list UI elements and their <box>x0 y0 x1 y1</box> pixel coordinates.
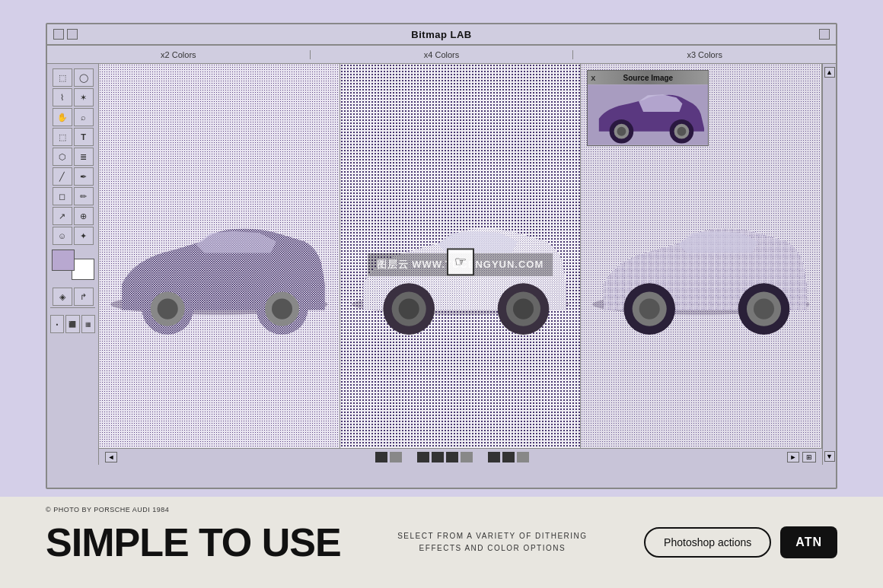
description-text: SELECT FROM A VARIETY OF DITHERING EFFEC… <box>341 530 644 555</box>
scroll-indicator-col2-3 <box>446 452 458 462</box>
background-color[interactable] <box>72 259 94 280</box>
view-btn2[interactable]: ⬛ <box>65 315 79 333</box>
eraser-tool[interactable]: ◻ <box>53 187 72 205</box>
scroll-left-arrow[interactable]: ◄ <box>105 452 117 462</box>
bottom-bar: © PHOTO BY PORSCHE AUDI 1984 SIMPLE TO U… <box>0 497 883 588</box>
title-bar-controls <box>53 29 78 40</box>
content-area: ⬚ ◯ ⌇ ✶ ✋ ⌕ ⬚ T ⬡ ≣ ╱ ✒ <box>47 64 836 465</box>
title-bar: Bitmap LAB <box>47 24 836 46</box>
window-title: Bitmap LAB <box>411 29 471 40</box>
window-minimize-btn[interactable] <box>67 29 78 40</box>
col1-header: x2 Colors <box>47 50 311 59</box>
description-line2: EFFECTS AND COLOR OPTIONS <box>419 544 566 552</box>
line-tool[interactable]: ╱ <box>53 167 72 186</box>
crop-tool[interactable]: ⬚ <box>53 128 72 146</box>
atn-button[interactable]: ATN <box>780 526 837 558</box>
canvas-col1 <box>99 64 340 465</box>
scroll-page-arrow[interactable]: ⊞ <box>802 452 816 462</box>
svg-point-38 <box>677 127 687 136</box>
scroll-indicator-col1-2 <box>390 452 402 462</box>
heal-tool[interactable]: ↗ <box>53 207 72 225</box>
source-popup-title-text: Source Image <box>623 74 674 82</box>
col2-header: x4 Colors <box>311 50 574 59</box>
view-btn1[interactable]: ▪ <box>50 315 64 333</box>
svg-point-35 <box>617 127 626 136</box>
canvas-col3: x Source Image <box>581 64 822 465</box>
svg-point-28 <box>639 299 660 319</box>
title-bar-right <box>819 29 830 40</box>
scroll-indicator-col3-3 <box>517 452 529 462</box>
fill-tool[interactable]: ⬡ <box>53 148 72 166</box>
columns-header: x2 Colors x4 Colors x3 Colors <box>47 46 836 64</box>
marquee-tool[interactable]: ⬚ <box>53 68 72 87</box>
window-close-btn[interactable] <box>53 29 64 40</box>
cursor-icon: ☞ <box>447 248 474 275</box>
canvas-col2: ☞ 图层云 WWW.TUCENGYUN.COM <box>340 64 582 465</box>
color-picker[interactable] <box>52 250 94 280</box>
scroll-indicator-col1-1 <box>375 452 387 462</box>
dither-bg-col2: ☞ 图层云 WWW.TUCENGYUN.COM <box>340 64 581 465</box>
source-popup-image <box>588 84 708 145</box>
view-btn3[interactable]: ▦ <box>81 315 95 333</box>
scroll-indicator-col3-1 <box>488 452 500 462</box>
svg-point-18 <box>398 299 419 319</box>
scroll-down-arrow[interactable]: ▼ <box>824 451 835 462</box>
svg-point-11 <box>272 299 292 319</box>
dodge-tool[interactable]: ✦ <box>74 227 94 245</box>
svg-point-8 <box>158 299 178 319</box>
source-popup-close-btn[interactable]: x <box>591 73 595 82</box>
right-scrollbar: ▲ ▼ <box>822 64 836 465</box>
source-popup-title-bar: x Source Image <box>588 71 708 84</box>
move-tool[interactable]: ✋ <box>53 108 72 126</box>
foreground-color[interactable] <box>52 250 75 271</box>
text-tool[interactable]: T <box>74 128 94 146</box>
pattern-tool[interactable]: ≣ <box>74 148 94 166</box>
description-line1: SELECT FROM A VARIETY OF DITHERING <box>397 532 587 540</box>
source-image-popup: x Source Image <box>587 70 709 146</box>
lasso-tool[interactable]: ⌇ <box>53 88 72 106</box>
eyedrop-tool[interactable]: ✒ <box>74 167 94 186</box>
scroll-indicator-col2-4 <box>461 452 473 462</box>
scroll-right-arrow[interactable]: ► <box>787 452 799 462</box>
window-expand-btn[interactable] <box>819 29 830 40</box>
toolbar: ⬚ ◯ ⌇ ✶ ✋ ⌕ ⬚ T ⬡ ≣ ╱ ✒ <box>47 64 99 465</box>
action-buttons: Photoshop actions ATN <box>644 526 837 558</box>
wand-tool[interactable]: ✶ <box>74 88 94 106</box>
stamp-tool[interactable]: ⊕ <box>74 207 94 225</box>
blur-tool[interactable]: ☺ <box>53 227 72 245</box>
path-tool[interactable]: ↱ <box>74 288 94 306</box>
ellipse-tool[interactable]: ◯ <box>74 68 94 87</box>
scroll-up-arrow[interactable]: ▲ <box>824 67 835 78</box>
dither-bg-col1 <box>99 64 339 465</box>
col3-header: x3 Colors <box>573 50 836 59</box>
copyright-text: © PHOTO BY PORSCHE AUDI 1984 <box>46 506 169 513</box>
photoshop-actions-button[interactable]: Photoshop actions <box>644 527 771 558</box>
car-svg-col1 <box>99 64 339 465</box>
bottom-scrollbar: ◄ <box>99 448 822 465</box>
zoom-tool[interactable]: ⌕ <box>74 108 94 126</box>
pen-tool[interactable]: ◈ <box>53 288 72 306</box>
svg-point-31 <box>754 299 774 319</box>
scroll-indicator-col2-2 <box>432 452 444 462</box>
main-window: Bitmap LAB x2 Colors x4 Colors x3 Colors… <box>46 23 837 489</box>
canvas-area: ☞ 图层云 WWW.TUCENGYUN.COM <box>99 64 836 465</box>
pencil-tool[interactable]: ✏ <box>74 187 94 205</box>
headline: SIMPLE TO USE <box>46 520 341 565</box>
scroll-indicator-col3-2 <box>502 452 515 462</box>
scroll-indicator-col2-1 <box>417 452 429 462</box>
svg-point-21 <box>513 299 534 319</box>
